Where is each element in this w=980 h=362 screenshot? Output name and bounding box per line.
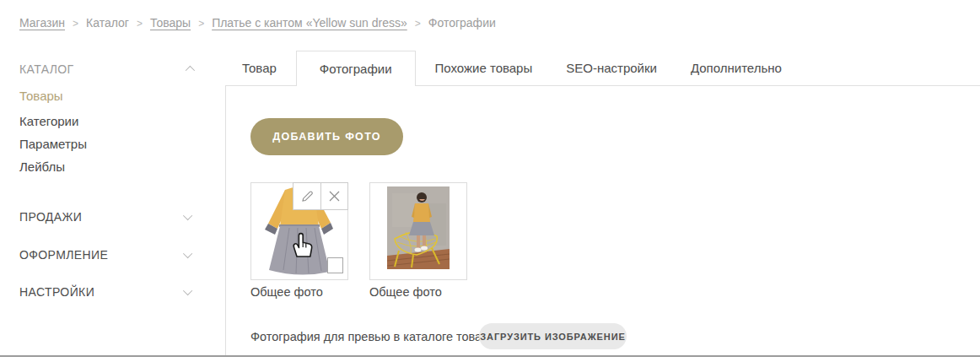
delete-photo-button[interactable] (320, 183, 347, 209)
chevron-up-icon (186, 66, 195, 75)
sidebar-section-label: ПРОДАЖИ (19, 210, 82, 224)
photo-card[interactable] (369, 182, 467, 280)
hand-pointer-icon (288, 230, 315, 262)
tab-product[interactable]: Товар (225, 51, 293, 86)
sidebar-item-categories[interactable]: Категории (19, 114, 78, 128)
breadcrumb: Магазин>Каталог>Товары>Платье с кантом «… (19, 16, 496, 30)
tab-bar: Товар Фотографии Похожие товары SEO-наст… (225, 51, 799, 86)
close-icon (329, 191, 340, 202)
edit-photo-button[interactable] (293, 183, 320, 209)
breadcrumb-item-photos: Фотографии (428, 16, 496, 30)
preview-photo-label: Фотография для превью в каталоге товаров… (250, 330, 505, 343)
sidebar-section-label: КАТАЛОГ (19, 62, 74, 76)
chevron-down-icon (183, 286, 192, 295)
sidebar-section-settings[interactable]: НАСТРОЙКИ (19, 285, 192, 299)
photo-select-checkbox[interactable] (327, 257, 343, 273)
breadcrumb-separator: > (137, 18, 143, 30)
pencil-icon (300, 189, 315, 203)
photo-actions (293, 182, 348, 210)
chevron-down-icon (183, 249, 192, 258)
tab-similar-products[interactable]: Похожие товары (418, 51, 550, 86)
sidebar-item-labels[interactable]: Лейблы (19, 159, 65, 174)
photo-caption: Общее фото (250, 285, 323, 299)
sidebar-section-label: ОФОРМЛЕНИЕ (19, 248, 108, 262)
sidebar-section-catalog[interactable]: КАТАЛОГ (19, 62, 192, 76)
breadcrumb-separator: > (198, 18, 204, 30)
sidebar-section-label: НАСТРОЙКИ (19, 285, 94, 299)
breadcrumb-separator: > (415, 18, 421, 30)
sidebar-item-products[interactable]: Товары (19, 89, 63, 103)
model-photo (387, 186, 450, 269)
page-bottom-rule (0, 355, 980, 357)
sidebar-item-parameters[interactable]: Параметры (19, 137, 87, 151)
breadcrumb-link-product[interactable]: Платье с кантом «Yellow sun dress» (212, 16, 407, 30)
breadcrumb-link-shop[interactable]: Магазин (19, 16, 65, 30)
breadcrumb-link-products[interactable]: Товары (150, 16, 191, 30)
chevron-down-icon (183, 211, 192, 220)
tab-additional[interactable]: Дополнительно (674, 51, 799, 86)
sidebar-section-sales[interactable]: ПРОДАЖИ (19, 210, 192, 224)
tab-seo-settings[interactable]: SEO-настройки (549, 51, 674, 86)
sidebar-section-design[interactable]: ОФОРМЛЕНИЕ (19, 248, 192, 262)
breadcrumb-separator: > (73, 18, 78, 30)
photos-panel: ДОБАВИТЬ ФОТО (225, 85, 980, 355)
add-photo-button[interactable]: ДОБАВИТЬ ФОТО (250, 118, 403, 155)
tab-photos[interactable]: Фотографии (296, 51, 416, 86)
photo-card[interactable] (250, 182, 348, 280)
breadcrumb-item-catalog[interactable]: Каталог (86, 16, 129, 30)
upload-image-button[interactable]: ЗАГРУЗИТЬ ИЗОБРАЖЕНИЕ (479, 323, 627, 349)
photo-caption: Общее фото (369, 285, 442, 299)
